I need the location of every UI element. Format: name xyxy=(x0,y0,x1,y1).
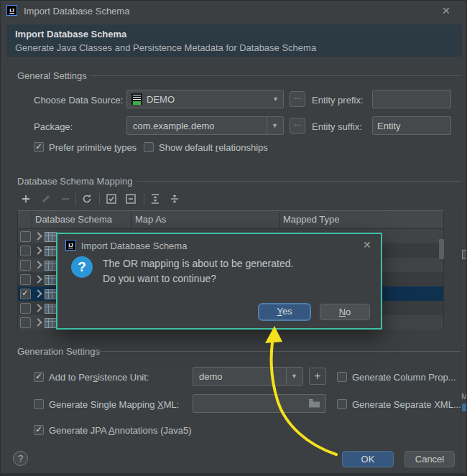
chevron-right-icon[interactable] xyxy=(34,261,42,269)
persistence-unit-combobox[interactable]: demo ▼ xyxy=(193,367,303,386)
table-icon xyxy=(45,304,57,314)
generate-jpa-annotations-checkbox[interactable] xyxy=(34,425,44,435)
row-checkbox[interactable] xyxy=(20,317,31,328)
entity-suffix-input[interactable] xyxy=(372,116,451,135)
data-source-browse-button[interactable]: ... xyxy=(290,91,305,107)
window-titlebar: IJ Import Database Schema ✕ xyxy=(1,1,467,21)
confirmation-message-line1: The OR mapping is about to be generated. xyxy=(103,258,293,269)
column-header-mapped-type[interactable]: Mapped Type xyxy=(283,214,340,225)
data-source-combobox[interactable]: DEMO ▼ xyxy=(126,90,284,108)
row-checkbox[interactable] xyxy=(20,303,31,314)
entity-prefix-input[interactable] xyxy=(372,90,451,108)
folder-browse-icon[interactable] xyxy=(308,398,320,408)
generation-settings-section-title: Generation Settings xyxy=(17,346,100,357)
entity-suffix-label: Entity suffix: xyxy=(312,121,362,132)
table-icon xyxy=(45,318,57,328)
chevron-down-icon: ▼ xyxy=(272,95,279,103)
section-divider xyxy=(137,181,461,182)
cancel-button[interactable]: Cancel xyxy=(404,451,455,467)
banner-subtitle: Generate Java Classes and Persistence Me… xyxy=(15,42,316,53)
package-browse-button[interactable]: ... xyxy=(290,118,305,134)
add-persistence-unit-button[interactable]: + xyxy=(309,368,326,385)
row-checkbox[interactable] xyxy=(20,246,31,256)
edge-clipped-text: M xyxy=(461,392,467,401)
combo-arrow-box[interactable]: ▼ xyxy=(267,117,283,134)
prefer-primitive-types-label: Prefer primitive types xyxy=(49,142,137,153)
window-bottom-edge xyxy=(1,473,467,476)
show-default-relationships-checkbox[interactable] xyxy=(144,142,154,152)
chevron-down-icon: ▼ xyxy=(272,122,278,129)
check-all-icon[interactable] xyxy=(106,193,117,205)
add-to-persistence-unit-checkbox[interactable] xyxy=(34,372,44,382)
no-button[interactable]: No xyxy=(320,304,370,320)
db2-database-icon xyxy=(131,93,142,105)
column-separator[interactable] xyxy=(279,211,280,228)
help-button[interactable]: ? xyxy=(13,451,28,466)
column-separator xyxy=(32,211,32,228)
chevron-right-icon[interactable] xyxy=(34,232,42,240)
window-close-icon[interactable]: ✕ xyxy=(442,6,450,16)
combo-arrow-box[interactable]: ▼ xyxy=(286,368,302,385)
question-icon: ? xyxy=(71,256,93,278)
expand-all-icon[interactable] xyxy=(149,193,161,205)
chevron-right-icon[interactable] xyxy=(34,289,42,297)
section-divider xyxy=(90,75,461,76)
chevron-down-icon: ▼ xyxy=(291,373,297,380)
section-divider xyxy=(96,351,461,352)
generate-separate-xml-checkbox[interactable] xyxy=(337,399,347,409)
confirmation-dialog-title: Import Database Schema xyxy=(81,241,187,251)
mapping-section-title: Database Schema Mapping xyxy=(17,176,132,187)
window-title: Import Database Schema xyxy=(24,6,129,17)
confirmation-dialog: IJ Import Database Schema ✕ ? The OR map… xyxy=(56,233,382,330)
chevron-right-icon[interactable] xyxy=(34,318,42,326)
edge-scrollbar-thumb[interactable] xyxy=(462,250,467,259)
dialog-header-banner: Import Database Schema Generate Java Cla… xyxy=(6,24,462,57)
chevron-right-icon[interactable] xyxy=(34,275,42,283)
row-checkbox[interactable] xyxy=(20,289,31,299)
table-header: Database Schema Map As Mapped Type xyxy=(18,211,443,229)
confirmation-close-icon[interactable]: ✕ xyxy=(363,240,371,250)
generate-jpa-annotations-label: Generate JPA Annotations (Java5) xyxy=(49,425,192,436)
collapse-all-icon[interactable] xyxy=(169,193,180,205)
uncheck-all-icon[interactable] xyxy=(125,193,137,205)
add-to-persistence-unit-label: Add to Persistence Unit: xyxy=(49,372,149,383)
data-source-value: DEMO xyxy=(147,94,175,105)
generate-column-properties-label: Generate Column Prop... xyxy=(352,372,461,383)
column-separator[interactable] xyxy=(131,211,131,228)
edge-clipped-fragment xyxy=(462,403,467,411)
edit-icon[interactable] xyxy=(40,193,52,205)
chevron-right-icon[interactable] xyxy=(34,246,42,254)
remove-icon[interactable] xyxy=(60,193,71,205)
column-header-database-schema[interactable]: Database Schema xyxy=(35,214,112,225)
window-right-edge xyxy=(461,204,461,476)
entity-prefix-label: Entity prefix: xyxy=(312,95,364,106)
toolbar-separator xyxy=(75,193,76,205)
column-header-map-as[interactable]: Map As xyxy=(135,214,166,225)
generate-column-properties-checkbox[interactable] xyxy=(337,372,347,382)
package-combobox[interactable]: com.example.demo ▼ xyxy=(126,116,284,135)
add-icon[interactable] xyxy=(20,193,32,205)
generate-separate-xml-label: Generate Separate XML... xyxy=(352,399,461,410)
yes-button[interactable]: Yes xyxy=(258,303,311,321)
chevron-right-icon[interactable] xyxy=(34,304,42,312)
confirmation-message-line2: Do you want to continue? xyxy=(103,273,216,284)
ok-button[interactable]: OK xyxy=(342,451,394,467)
show-default-relationships-label: Show default relationships xyxy=(159,142,268,153)
mapping-toolbar xyxy=(17,192,444,206)
toolbar-separator xyxy=(144,193,144,205)
import-database-schema-dialog: IJ Import Database Schema ✕ Import Datab… xyxy=(0,0,467,476)
single-mapping-xml-input[interactable] xyxy=(193,394,326,413)
row-checkbox[interactable] xyxy=(20,274,31,285)
general-settings-section-title: General Settings xyxy=(17,70,87,81)
table-icon xyxy=(45,232,57,242)
prefer-primitive-types-checkbox[interactable] xyxy=(34,142,44,152)
toolbar-separator xyxy=(99,193,100,205)
generate-single-mapping-xml-checkbox[interactable] xyxy=(34,399,44,409)
refresh-icon[interactable] xyxy=(81,193,93,205)
row-checkbox[interactable] xyxy=(20,260,31,271)
persistence-unit-value: demo xyxy=(199,371,223,382)
table-icon xyxy=(45,275,57,285)
table-scrollbar-thumb[interactable] xyxy=(439,239,444,259)
table-icon xyxy=(45,246,57,256)
row-checkbox[interactable] xyxy=(20,231,31,242)
